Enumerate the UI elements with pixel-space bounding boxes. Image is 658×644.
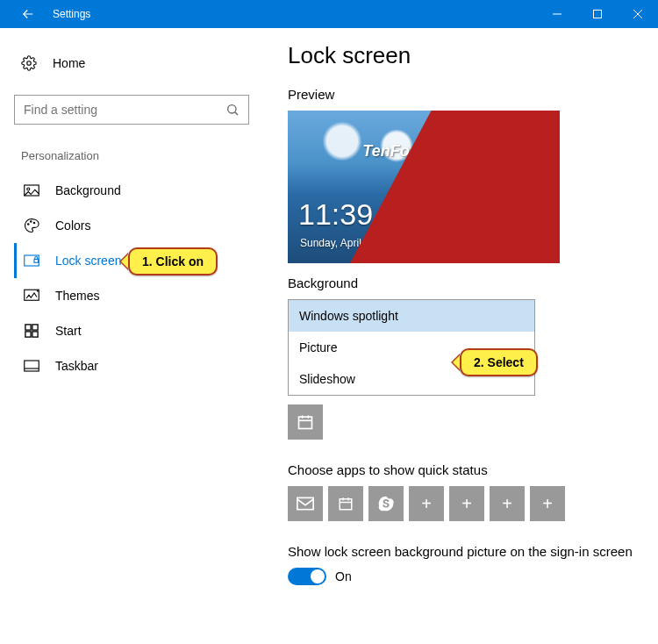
svg-rect-21	[299, 417, 312, 428]
svg-rect-15	[25, 325, 31, 330]
search-field[interactable]	[24, 103, 225, 117]
quick-status-row: + + + +	[288, 486, 637, 521]
calendar-icon	[338, 496, 354, 512]
svg-point-9	[28, 224, 30, 225]
sidebar-item-colors[interactable]: Colors	[14, 208, 267, 243]
quick-status-skype[interactable]	[368, 486, 404, 521]
quick-status-mail[interactable]	[288, 486, 323, 521]
minimize-button[interactable]	[537, 0, 577, 28]
taskbar-icon	[24, 360, 39, 372]
lock-screen-preview: TenForums.com 11:39 Sunday, April 16	[288, 111, 560, 263]
main-panel: Lock screen Preview TenForums.com 11:39 …	[281, 28, 658, 644]
svg-point-8	[27, 188, 30, 190]
svg-rect-1	[594, 11, 602, 18]
quick-status-add-1[interactable]: +	[409, 486, 444, 521]
preview-watermark: TenForums.com	[288, 142, 560, 161]
close-button[interactable]	[618, 0, 658, 28]
window-title: Settings	[53, 8, 537, 20]
sidebar: Home Personalization Background Colors L…	[0, 28, 281, 644]
plus-icon: +	[421, 494, 432, 514]
toggle-state-label: On	[335, 569, 352, 583]
quick-status-add-3[interactable]: +	[490, 486, 525, 521]
search-icon	[225, 103, 240, 117]
quick-status-add-4[interactable]: +	[530, 486, 565, 521]
background-dropdown[interactable]: Windows spotlight Picture Slideshow	[288, 299, 535, 396]
quick-status-label: Choose apps to show quick status	[288, 462, 637, 477]
sidebar-item-themes[interactable]: Themes	[14, 278, 267, 313]
maximize-icon	[593, 10, 602, 18]
themes-icon	[24, 289, 39, 303]
preview-time: 11:39	[298, 197, 373, 232]
gear-icon	[21, 55, 37, 71]
signin-picture-label: Show lock screen background picture on t…	[288, 544, 637, 559]
window-controls	[537, 0, 658, 28]
sidebar-item-start[interactable]: Start	[14, 313, 267, 348]
plus-icon: +	[502, 494, 512, 514]
preview-date: Sunday, April 16	[300, 237, 376, 249]
maximize-button[interactable]	[577, 0, 618, 28]
annotation-step-1: 1. Click on	[128, 247, 218, 275]
quick-status-calendar[interactable]	[328, 486, 363, 521]
plus-icon: +	[461, 494, 472, 514]
background-label: Background	[288, 275, 637, 290]
sidebar-item-background[interactable]: Background	[14, 173, 267, 208]
sidebar-item-label: Background	[55, 183, 121, 197]
svg-rect-18	[32, 332, 38, 337]
page-title: Lock screen	[288, 42, 637, 69]
svg-rect-26	[340, 499, 352, 510]
picture-icon	[24, 184, 39, 197]
svg-rect-17	[25, 332, 31, 337]
skype-icon	[377, 495, 395, 512]
quick-status-add-2[interactable]: +	[449, 486, 484, 521]
mail-icon	[297, 497, 314, 511]
signin-picture-toggle[interactable]	[288, 568, 326, 585]
detailed-status-app-slot[interactable]	[288, 404, 323, 440]
sidebar-item-label: Colors	[55, 218, 90, 233]
svg-rect-13	[34, 260, 39, 263]
sidebar-item-label: Taskbar	[55, 359, 98, 373]
minimize-icon	[553, 10, 561, 18]
home-label: Home	[53, 56, 85, 70]
svg-point-11	[33, 222, 35, 224]
titlebar: Settings	[0, 0, 658, 28]
svg-line-6	[235, 112, 238, 115]
arrow-left-icon	[20, 6, 36, 22]
svg-point-5	[228, 105, 236, 113]
sidebar-section-label: Personalization	[14, 149, 267, 162]
svg-point-4	[27, 61, 32, 66]
home-link[interactable]: Home	[14, 46, 267, 81]
palette-icon	[24, 218, 39, 233]
svg-rect-16	[32, 325, 38, 330]
sidebar-item-label: Themes	[55, 289, 100, 303]
close-icon	[633, 10, 642, 18]
start-icon	[24, 324, 39, 338]
calendar-icon	[297, 413, 314, 431]
lock-screen-icon	[24, 254, 39, 267]
dropdown-option-spotlight[interactable]: Windows spotlight	[289, 300, 534, 332]
svg-point-10	[31, 221, 32, 223]
svg-rect-25	[297, 497, 313, 509]
sidebar-item-label: Start	[55, 324, 82, 338]
sidebar-item-taskbar[interactable]: Taskbar	[14, 348, 267, 383]
svg-rect-14	[25, 290, 39, 300]
annotation-step-2: 2. Select	[460, 348, 538, 376]
search-input[interactable]	[14, 95, 249, 125]
plus-icon: +	[542, 494, 553, 514]
preview-label: Preview	[288, 87, 637, 102]
back-button[interactable]	[7, 0, 49, 28]
svg-rect-19	[25, 361, 39, 371]
